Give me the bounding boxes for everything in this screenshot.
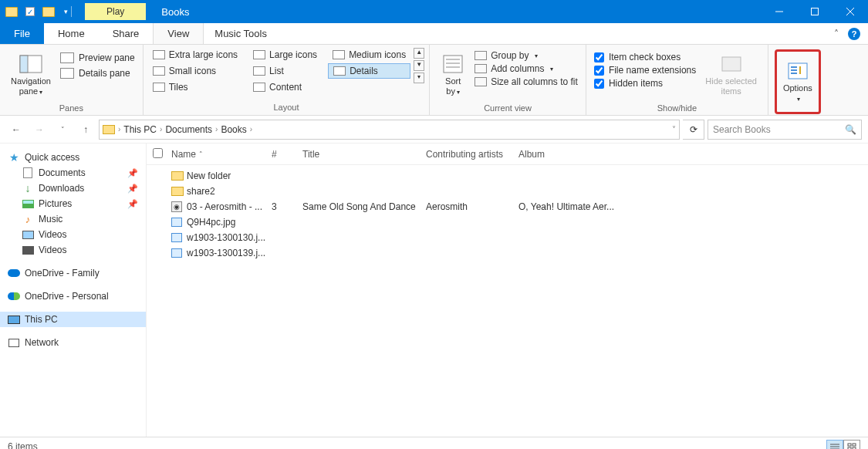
recent-locations-button[interactable]: ˅ xyxy=(52,120,73,140)
column-num[interactable]: # xyxy=(272,149,302,160)
view-details-toggle[interactable] xyxy=(826,440,843,450)
hide-selected-items-button[interactable]: Hide selected items xyxy=(699,48,763,102)
search-icon: 🔍 xyxy=(845,124,856,135)
preview-pane-button[interactable]: Preview pane xyxy=(57,51,138,65)
qat-check-icon[interactable]: ✓ xyxy=(22,3,39,20)
column-album[interactable]: Album xyxy=(518,149,657,160)
file-row[interactable]: New folder xyxy=(147,168,868,184)
add-columns-button[interactable]: Add columns▾ xyxy=(471,62,581,75)
layout-extra-large-icons[interactable]: Extra large icons xyxy=(148,48,242,62)
tab-share[interactable]: Share xyxy=(99,23,154,44)
search-input[interactable]: Search Books 🔍 xyxy=(708,120,862,140)
file-row[interactable]: Q9H4pc.jpg xyxy=(147,214,868,230)
layout-scroll-up[interactable]: ▲ xyxy=(414,48,424,59)
pin-icon: 📌 xyxy=(127,168,138,178)
ribbon-tabs: File Home Share View Music Tools ˄ ? xyxy=(0,23,868,45)
column-name[interactable]: Name ˄ xyxy=(171,149,272,160)
back-button[interactable]: ← xyxy=(6,120,26,140)
layout-list[interactable]: List xyxy=(248,63,322,79)
navigation-pane-button[interactable]: Navigation pane▾ xyxy=(5,48,57,102)
breadcrumb-documents[interactable]: Documents xyxy=(165,124,212,135)
select-all-checkbox[interactable] xyxy=(153,148,163,158)
tree-music[interactable]: ♪Music xyxy=(0,211,146,227)
tab-home[interactable]: Home xyxy=(44,23,99,44)
tree-videos[interactable]: Videos xyxy=(0,227,146,242)
help-icon[interactable]: ? xyxy=(848,28,860,40)
tree-onedrive-family[interactable]: OneDrive - Family xyxy=(0,265,146,281)
file-name: 03 - Aerosmith - ... xyxy=(187,201,272,212)
layout-content[interactable]: Content xyxy=(248,80,322,94)
address-dropdown-icon[interactable]: ˅ xyxy=(672,125,676,133)
view-thumbnails-toggle[interactable] xyxy=(843,440,860,450)
options-button[interactable]: Options▾ xyxy=(777,52,819,112)
item-check-boxes-toggle[interactable]: Item check boxes xyxy=(591,51,699,63)
group-label-current-view: Current view xyxy=(434,102,581,114)
pin-icon: 📌 xyxy=(127,184,138,194)
tab-view[interactable]: View xyxy=(153,23,204,44)
file-row[interactable]: w1903-1300130.j... xyxy=(147,230,868,245)
ribbon-group-options: Options▾ xyxy=(768,45,827,115)
hidden-items-toggle[interactable]: Hidden items xyxy=(591,77,699,89)
column-headers[interactable]: Name ˄ # Title Contributing artists Albu… xyxy=(147,143,868,165)
chevron-right-icon[interactable]: › xyxy=(160,125,162,133)
breadcrumb-books[interactable]: Books xyxy=(221,124,246,135)
file-name-extensions-toggle[interactable]: File name extensions xyxy=(591,64,699,76)
refresh-button[interactable]: ⟳ xyxy=(683,120,704,140)
video-icon xyxy=(22,245,34,255)
chevron-right-icon[interactable]: › xyxy=(215,125,218,133)
tab-music-tools[interactable]: Music Tools xyxy=(204,23,278,44)
maximize-button[interactable] xyxy=(797,0,833,23)
layout-small-icons[interactable]: Small icons xyxy=(148,63,242,79)
layout-more[interactable]: ▾ xyxy=(414,73,424,83)
up-button[interactable]: ↑ xyxy=(76,120,96,140)
qat-folder2-icon[interactable] xyxy=(40,3,57,20)
file-row[interactable]: share2 xyxy=(147,184,868,199)
tree-quick-access[interactable]: ★Quick access xyxy=(0,150,146,165)
tree-this-pc[interactable]: This PC xyxy=(0,312,146,327)
download-icon: ↓ xyxy=(22,183,34,194)
chevron-right-icon[interactable]: › xyxy=(118,125,120,133)
svg-rect-5 xyxy=(20,56,28,73)
tree-onedrive-personal[interactable]: OneDrive - Personal xyxy=(0,289,146,304)
file-row[interactable]: ◉03 - Aerosmith - ...3Same Old Song And … xyxy=(147,199,868,214)
tree-downloads[interactable]: ↓Downloads📌 xyxy=(0,181,146,196)
tab-file[interactable]: File xyxy=(0,23,44,44)
tree-network[interactable]: Network xyxy=(0,335,146,350)
layout-tiles[interactable]: Tiles xyxy=(148,80,242,94)
chevron-right-icon[interactable]: › xyxy=(250,125,252,133)
close-button[interactable] xyxy=(833,0,868,23)
image-file-icon xyxy=(171,218,182,227)
tree-pictures[interactable]: Pictures📌 xyxy=(0,196,146,211)
ribbon-group-current-view: Sort by▾ Group by▾ Add columns▾ Size all… xyxy=(430,45,586,115)
group-label-layout: Layout xyxy=(148,101,424,113)
star-icon: ★ xyxy=(8,152,20,163)
group-label-panes: Panes xyxy=(5,102,138,114)
tree-videos-2[interactable]: Videos xyxy=(0,242,146,258)
status-bar: 6 items xyxy=(0,437,868,449)
qat-dropdown[interactable]: ▾ xyxy=(59,3,76,20)
qat-folder-icon[interactable] xyxy=(3,3,20,20)
file-row[interactable]: w1903-1300139.j... xyxy=(147,245,868,261)
details-pane-button[interactable]: Details pane xyxy=(57,66,138,80)
layout-medium-icons[interactable]: Medium icons xyxy=(328,48,410,62)
sort-by-button[interactable]: Sort by▾ xyxy=(434,48,471,102)
ribbon-group-panes: Navigation pane▾ Preview pane Details pa… xyxy=(0,45,144,115)
forward-button[interactable]: → xyxy=(29,120,49,140)
file-name: New folder xyxy=(187,170,272,181)
size-columns-button[interactable]: Size all columns to fit xyxy=(471,76,581,88)
ribbon-collapse-icon[interactable]: ˄ xyxy=(834,29,839,39)
layout-details[interactable]: Details xyxy=(328,63,410,79)
contextual-tab-play[interactable]: Play xyxy=(85,3,146,20)
minimize-button[interactable] xyxy=(762,0,797,23)
layout-large-icons[interactable]: Large icons xyxy=(248,48,322,62)
address-bar[interactable]: › This PC › Documents › Books › ˅ xyxy=(99,120,680,140)
window-title: Books xyxy=(161,6,189,18)
group-by-button[interactable]: Group by▾ xyxy=(471,49,581,62)
tree-documents[interactable]: Documents📌 xyxy=(0,165,146,181)
navigation-tree[interactable]: ★Quick access Documents📌 ↓Downloads📌 Pic… xyxy=(0,143,147,437)
file-artist: Aerosmith xyxy=(426,201,518,212)
column-title[interactable]: Title xyxy=(302,149,426,160)
column-artists[interactable]: Contributing artists xyxy=(426,149,518,160)
layout-scroll-down[interactable]: ▼ xyxy=(414,60,424,71)
breadcrumb-this-pc[interactable]: This PC xyxy=(123,124,157,135)
